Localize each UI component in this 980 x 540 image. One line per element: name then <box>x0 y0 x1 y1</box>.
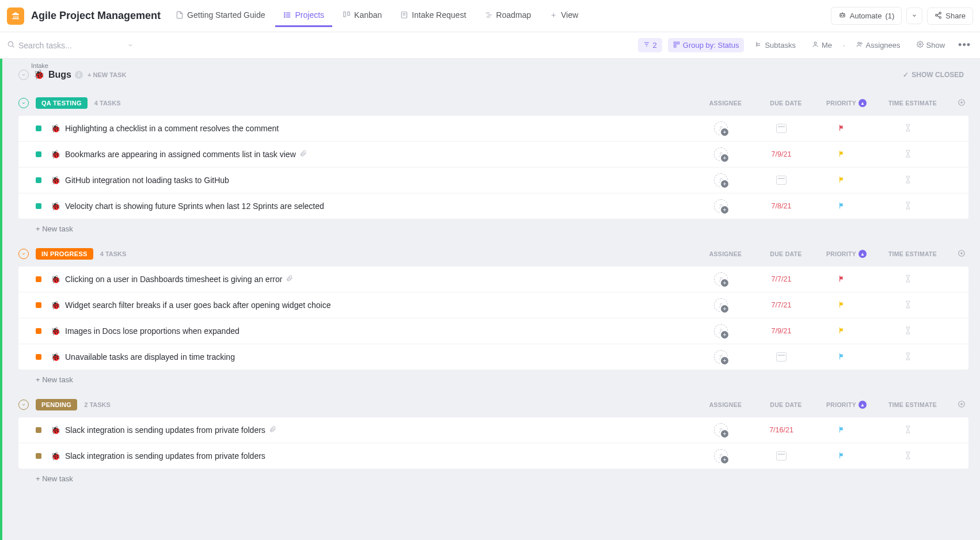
collapse-group-toggle[interactable] <box>18 98 29 108</box>
collapse-group-toggle[interactable] <box>18 400 29 410</box>
col-head-priority[interactable]: PRIORITY ▲ <box>818 99 875 107</box>
task-row[interactable]: 🐞 Velocity chart is showing future Sprin… <box>18 193 968 219</box>
status-dot[interactable] <box>36 203 41 209</box>
priority-cell[interactable] <box>813 425 871 435</box>
estimate-cell[interactable] <box>871 175 945 186</box>
duedate-cell[interactable] <box>750 451 813 461</box>
estimate-cell[interactable] <box>871 201 945 212</box>
status-dot[interactable] <box>36 126 41 131</box>
duedate-cell[interactable] <box>750 352 813 362</box>
add-column-button[interactable] <box>950 98 973 108</box>
col-head-estimate[interactable]: TIME ESTIMATE <box>875 100 950 107</box>
task-row[interactable]: 🐞 Clicking on a user in Dashboards times… <box>18 267 968 292</box>
estimate-cell[interactable] <box>871 300 945 311</box>
assignee-cell[interactable] <box>692 423 750 437</box>
task-row[interactable]: 🐞 GitHub integration not loading tasks t… <box>18 168 968 193</box>
status-badge[interactable]: IN PROGRESS <box>36 248 93 260</box>
duedate-cell[interactable]: 7/7/21 <box>750 301 813 309</box>
status-dot[interactable] <box>36 177 41 183</box>
collapse-list-toggle[interactable] <box>18 70 29 80</box>
priority-cell[interactable] <box>813 301 871 310</box>
task-row[interactable]: 🐞 Unavailable tasks are displayed in tim… <box>18 344 968 370</box>
assignee-cell[interactable] <box>692 147 750 161</box>
estimate-cell[interactable] <box>871 451 945 462</box>
assignee-cell[interactable] <box>692 350 750 364</box>
automate-dropdown[interactable] <box>906 7 922 24</box>
duedate-cell[interactable]: 7/16/21 <box>750 426 813 434</box>
search-input[interactable] <box>18 41 124 50</box>
status-badge[interactable]: PENDING <box>36 399 77 410</box>
priority-cell[interactable] <box>813 275 871 284</box>
status-dot[interactable] <box>36 276 41 282</box>
status-dot[interactable] <box>36 427 41 433</box>
add-column-button[interactable] <box>950 400 973 409</box>
estimate-cell[interactable] <box>871 425 945 436</box>
duedate-cell[interactable] <box>750 124 813 133</box>
new-task-header-button[interactable]: + NEW TASK <box>88 71 126 78</box>
tab-add-view[interactable]: + View <box>541 5 586 27</box>
add-column-button[interactable] <box>950 249 973 258</box>
task-row[interactable]: 🐞 Highlighting a checklist in a comment … <box>18 116 968 142</box>
priority-cell[interactable] <box>813 150 871 159</box>
assignee-cell[interactable] <box>692 121 750 135</box>
estimate-cell[interactable] <box>871 123 945 134</box>
duedate-cell[interactable]: 7/9/21 <box>750 327 813 335</box>
duedate-cell[interactable]: 7/9/21 <box>750 150 813 158</box>
task-row[interactable]: 🐞 Slack integration is sending updates f… <box>18 417 968 443</box>
tab-intake-request[interactable]: Intake Request <box>392 5 474 27</box>
col-head-estimate[interactable]: TIME ESTIMATE <box>875 250 950 257</box>
priority-cell[interactable] <box>813 124 871 134</box>
priority-cell[interactable] <box>813 201 871 211</box>
priority-cell[interactable] <box>813 352 871 362</box>
priority-cell[interactable] <box>813 326 871 336</box>
new-task-button[interactable]: + New task <box>18 469 973 485</box>
groupby-button[interactable]: Group by: Status <box>668 38 745 52</box>
show-closed-button[interactable]: ✓ SHOW CLOSED <box>903 71 968 79</box>
col-head-assignee[interactable]: ASSIGNEE <box>697 401 754 408</box>
assignee-cell[interactable] <box>692 173 750 187</box>
tab-roadmap[interactable]: Roadmap <box>477 5 540 27</box>
duedate-cell[interactable]: 7/8/21 <box>750 202 813 210</box>
col-head-assignee[interactable]: ASSIGNEE <box>697 250 754 257</box>
col-head-duedate[interactable]: DUE DATE <box>754 250 818 257</box>
new-task-button[interactable]: + New task <box>18 370 973 386</box>
status-badge[interactable]: QA TESTING <box>36 97 88 109</box>
filter-button[interactable]: 2 <box>638 38 662 52</box>
duedate-cell[interactable]: 7/7/21 <box>750 275 813 283</box>
tab-projects[interactable]: Projects <box>275 5 332 27</box>
assignee-cell[interactable] <box>692 449 750 463</box>
priority-cell[interactable] <box>813 451 871 461</box>
status-dot[interactable] <box>36 151 41 157</box>
priority-cell[interactable] <box>813 176 871 185</box>
assignee-cell[interactable] <box>692 272 750 286</box>
assignee-cell[interactable] <box>692 324 750 338</box>
assignee-cell[interactable] <box>692 298 750 312</box>
col-head-priority[interactable]: PRIORITY ▲ <box>818 401 875 409</box>
share-button[interactable]: Share <box>927 7 973 25</box>
estimate-cell[interactable] <box>871 326 945 337</box>
col-head-estimate[interactable]: TIME ESTIMATE <box>875 401 950 408</box>
chevron-down-icon[interactable] <box>127 41 134 50</box>
col-head-priority[interactable]: PRIORITY ▲ <box>818 250 875 258</box>
task-row[interactable]: 🐞 Bookmarks are appearing in assigned co… <box>18 142 968 168</box>
assignee-cell[interactable] <box>692 199 750 213</box>
estimate-cell[interactable] <box>871 274 945 285</box>
status-dot[interactable] <box>36 302 41 308</box>
col-head-assignee[interactable]: ASSIGNEE <box>697 100 754 107</box>
estimate-cell[interactable] <box>871 352 945 363</box>
status-dot[interactable] <box>36 453 41 459</box>
task-row[interactable]: 🐞 Images in Docs lose proportions when e… <box>18 318 968 344</box>
status-dot[interactable] <box>36 354 41 360</box>
task-row[interactable]: 🐞 Slack integration is sending updates f… <box>18 443 968 469</box>
more-menu[interactable]: ••• <box>956 37 973 54</box>
estimate-cell[interactable] <box>871 149 945 160</box>
status-dot[interactable] <box>36 328 41 334</box>
info-icon[interactable]: i <box>75 71 83 79</box>
new-task-button[interactable]: + New task <box>18 219 973 235</box>
task-row[interactable]: 🐞 Widget search filter breaks if a user … <box>18 292 968 318</box>
col-head-duedate[interactable]: DUE DATE <box>754 100 818 107</box>
tab-kanban[interactable]: Kanban <box>335 5 390 27</box>
assignees-button[interactable]: Assignees <box>856 38 906 52</box>
tab-getting-started[interactable]: Getting Started Guide <box>168 5 273 27</box>
subtasks-button[interactable]: Subtasks <box>750 38 800 52</box>
